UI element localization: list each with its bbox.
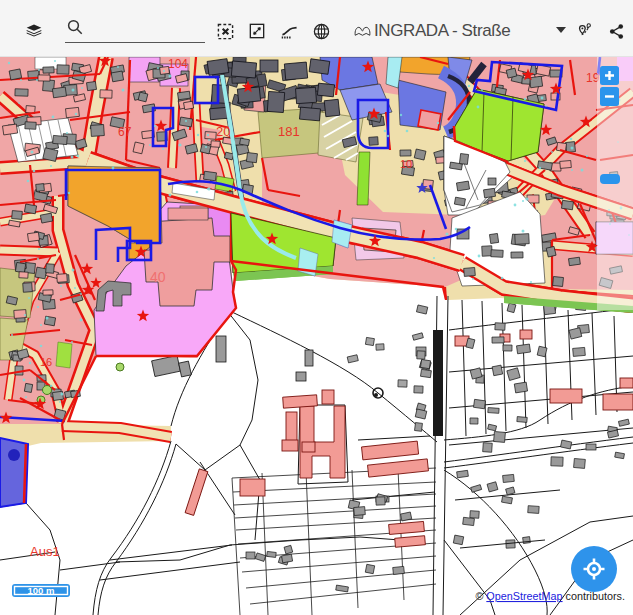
svg-text:20: 20 (216, 124, 230, 139)
svg-text:104: 104 (168, 57, 188, 71)
svg-text:67: 67 (118, 125, 132, 139)
svg-text:100 m: 100 m (28, 585, 55, 596)
svg-text:Aus1: Aus1 (30, 544, 60, 559)
svg-text:40: 40 (150, 269, 166, 285)
svg-text:© OpenStreetMap contributors.: © OpenStreetMap contributors. (475, 590, 625, 602)
svg-text:181: 181 (278, 124, 300, 139)
svg-text:16: 16 (40, 356, 52, 368)
svg-text:10: 10 (400, 158, 412, 170)
